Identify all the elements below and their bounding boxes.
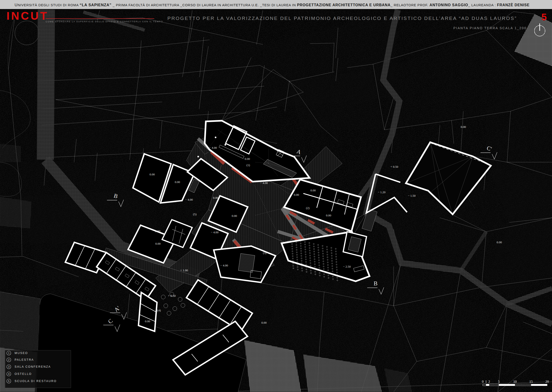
svg-text:B: B bbox=[374, 280, 378, 287]
svg-text:− 4.00: − 4.00 bbox=[211, 231, 218, 234]
svg-text:+ 0.50: + 0.50 bbox=[168, 294, 175, 297]
svg-text:0.00: 0.00 bbox=[213, 196, 218, 199]
svg-text:− 1.50: − 1.50 bbox=[408, 194, 415, 197]
svg-text:1: 1 bbox=[8, 352, 9, 355]
svg-text:0.00: 0.00 bbox=[232, 214, 237, 217]
svg-text:0.00: 0.00 bbox=[145, 320, 150, 323]
svg-text:5: 5 bbox=[8, 380, 9, 383]
svg-text:OSTELLO: OSTELLO bbox=[14, 372, 32, 376]
svg-text:15: 15 bbox=[529, 380, 533, 383]
svg-text:0.00: 0.00 bbox=[155, 229, 160, 233]
svg-text:0.00: 0.00 bbox=[294, 193, 299, 196]
svg-text:UNIVERSITÀ DEGLI STUDI DI ROMA: UNIVERSITÀ DEGLI STUDI DI ROMA “LA SAPIE… bbox=[14, 3, 530, 7]
svg-text:0.00: 0.00 bbox=[150, 173, 155, 176]
svg-text:0.00: 0.00 bbox=[245, 157, 250, 161]
svg-text:(4): (4) bbox=[157, 308, 161, 312]
svg-text:INCUT: INCUT bbox=[7, 10, 49, 22]
svg-text:PROGETTO PER LA VALORIZZAZIONE: PROGETTO PER LA VALORIZZAZIONE DEL PATRI… bbox=[167, 15, 517, 21]
svg-text:0.00: 0.00 bbox=[310, 189, 316, 192]
svg-text:− 2.50: − 2.50 bbox=[343, 265, 351, 268]
svg-text:− 4.00: − 4.00 bbox=[220, 264, 228, 267]
svg-text:SCUOLA DI RESTAURO: SCUOLA DI RESTAURO bbox=[14, 379, 57, 383]
svg-text:5: 5 bbox=[541, 12, 547, 22]
svg-text:0.00: 0.00 bbox=[326, 214, 331, 217]
svg-text:− 1.20: − 1.20 bbox=[378, 190, 385, 194]
svg-text:2: 2 bbox=[488, 380, 490, 383]
svg-text:0: 0 bbox=[482, 380, 484, 383]
svg-text:0.00: 0.00 bbox=[497, 240, 502, 244]
svg-text:(3): (3) bbox=[263, 251, 266, 255]
svg-text:PIANTA PIANO TERRA SCALA 1_200: PIANTA PIANO TERRA SCALA 1_200 bbox=[453, 26, 526, 30]
svg-text:0.00: 0.00 bbox=[262, 321, 267, 324]
svg-text:+ 0.50: + 0.50 bbox=[390, 165, 398, 168]
svg-text:0.00: 0.00 bbox=[461, 125, 466, 129]
svg-text:+ 1.00: + 1.00 bbox=[180, 268, 188, 272]
svg-text:SALA CONFERENZA: SALA CONFERENZA bbox=[14, 365, 51, 368]
svg-text:0.00: 0.00 bbox=[175, 180, 180, 184]
svg-text:− 4.00: − 4.00 bbox=[209, 146, 217, 149]
svg-text:0.00: 0.00 bbox=[155, 242, 161, 245]
svg-text:3: 3 bbox=[8, 365, 9, 368]
svg-text:4: 4 bbox=[8, 372, 9, 375]
svg-text:PALESTRA: PALESTRA bbox=[14, 358, 34, 361]
svg-text:− 4.00: − 4.00 bbox=[185, 198, 193, 201]
svg-text:− 4.00: − 4.00 bbox=[260, 181, 268, 185]
svg-text:(2): (2) bbox=[306, 206, 309, 210]
svg-text:20: 20 bbox=[545, 380, 549, 383]
svg-text:5: 5 bbox=[498, 380, 500, 383]
svg-text:MUSEO: MUSEO bbox=[14, 351, 28, 355]
svg-text:(5): (5) bbox=[193, 212, 196, 216]
svg-text:(1): (1) bbox=[246, 163, 250, 167]
svg-text:1: 1 bbox=[485, 380, 487, 383]
svg-text:COME SFONDARE LA SUPERFICIE DE: COME SFONDARE LA SUPERFICIE DELLO SPAZIO… bbox=[46, 20, 163, 23]
svg-text:10: 10 bbox=[513, 380, 517, 383]
svg-text:2: 2 bbox=[8, 358, 9, 361]
